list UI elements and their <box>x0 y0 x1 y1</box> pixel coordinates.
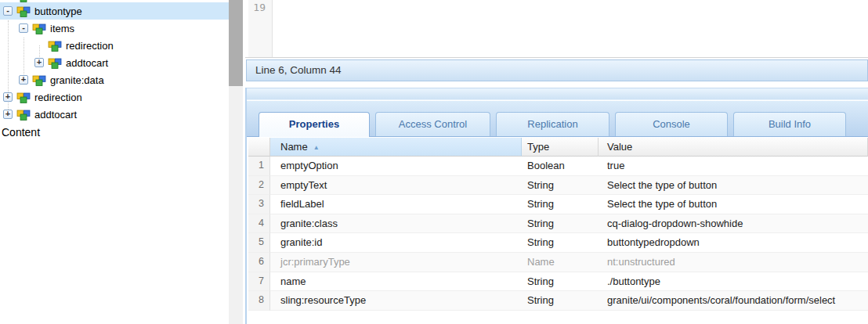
row-number: 6 <box>248 253 270 272</box>
tree-scrollbar-track[interactable] <box>229 0 243 324</box>
expand-icon[interactable]: + <box>34 58 44 67</box>
tree-node-label: redirection <box>34 92 85 103</box>
expand-icon[interactable]: + <box>19 75 28 85</box>
table-row[interactable]: 7 name String ./buttontype <box>248 272 868 292</box>
table-row[interactable]: 3 fieldLabel String Select the type of b… <box>248 195 868 214</box>
table-row[interactable]: 2 emptyText String Select the type of bu… <box>248 176 868 196</box>
node-icon <box>48 39 62 52</box>
row-number: 3 <box>248 195 270 214</box>
column-header-type[interactable]: Type <box>522 138 599 157</box>
tree-node-label: buttontype <box>34 5 85 17</box>
cursor-position-text: Line 6, Column 44 <box>255 64 342 76</box>
cell-property-value: nt:unstructured <box>599 253 868 272</box>
cell-property-value[interactable]: cq-dialog-dropdown-showhide <box>599 214 868 234</box>
expander-placeholder <box>34 41 44 50</box>
row-number: 7 <box>248 272 270 292</box>
cell-property-name[interactable]: fieldLabel <box>270 195 522 214</box>
tree-node-granite-data[interactable]: + granite:data <box>0 71 229 88</box>
node-icon <box>16 108 31 121</box>
table-row[interactable]: 5 granite:id String buttontypedropdown <box>248 233 868 253</box>
row-number: 1 <box>248 157 270 176</box>
properties-grid: Name▲ Type Value 1 emptyOption Boolean t… <box>248 138 868 311</box>
tab-access-control[interactable]: Access Control <box>375 112 490 136</box>
tab-properties[interactable]: Properties <box>259 112 370 137</box>
tree-node-label: addtocart <box>66 57 111 69</box>
code-editor-pane: 19 <box>245 0 868 58</box>
tab-strip: Properties Access Control Replication Co… <box>247 101 868 137</box>
cell-property-value[interactable]: true <box>599 157 868 176</box>
tree-node-buttontype[interactable]: - buttontype <box>0 2 229 20</box>
tab-replication[interactable]: Replication <box>496 112 609 136</box>
node-icon <box>48 56 62 69</box>
row-number: 2 <box>248 176 270 196</box>
node-icon <box>16 91 31 103</box>
cell-property-value[interactable]: buttontypedropdown <box>599 233 868 253</box>
cell-property-type: Name <box>522 253 599 272</box>
tab-console[interactable]: Console <box>615 112 728 136</box>
row-number: 8 <box>248 291 270 311</box>
column-header-label: Value <box>607 141 632 153</box>
cell-property-type[interactable]: String <box>522 272 599 292</box>
table-row[interactable]: 1 emptyOption Boolean true <box>248 157 868 176</box>
tree-node-items[interactable]: - items <box>0 20 229 37</box>
editor-line-gutter: 19 <box>248 0 273 57</box>
cell-property-type[interactable]: Boolean <box>522 157 599 176</box>
row-number: 5 <box>248 233 270 253</box>
cell-property-name[interactable]: emptyText <box>270 176 522 196</box>
column-header-label: Name <box>280 141 308 153</box>
cell-property-type[interactable]: String <box>522 214 599 234</box>
editor-status-bar: Line 6, Column 44 <box>246 59 868 81</box>
tree-node-redirection-child[interactable]: redirection <box>0 37 229 54</box>
node-icon <box>32 74 46 86</box>
cell-property-value[interactable]: Select the type of button <box>599 176 868 196</box>
panel-toolbar <box>247 88 868 100</box>
table-row[interactable]: 8 sling:resourceType String granite/ui/c… <box>248 291 868 311</box>
tab-build-info[interactable]: Build Info <box>733 112 846 136</box>
tree-node-label: addtocart <box>34 109 80 121</box>
row-number: 4 <box>248 214 270 234</box>
cell-property-name[interactable]: granite:id <box>270 233 522 253</box>
tree-node-label: redirection <box>66 40 117 52</box>
tree-scrollbar-thumb[interactable] <box>229 0 243 86</box>
cell-property-name[interactable]: granite:class <box>270 214 522 234</box>
cell-property-name: jcr:primaryType <box>270 253 522 272</box>
cell-property-type[interactable]: String <box>522 195 599 214</box>
cell-property-name[interactable]: emptyOption <box>270 157 522 176</box>
tree-node-label: granite:data <box>50 74 107 86</box>
node-icon <box>32 22 46 34</box>
tree-node-redirection[interactable]: + redirection <box>0 88 229 106</box>
cell-property-value[interactable]: Select the type of button <box>599 195 868 214</box>
column-header-value[interactable]: Value <box>599 138 868 157</box>
cell-property-type[interactable]: String <box>522 176 599 196</box>
cell-property-name[interactable]: name <box>270 272 522 292</box>
column-header-label: Type <box>527 141 549 153</box>
line-number: 19 <box>253 2 266 13</box>
tree-node-addtocart[interactable]: + addtocart <box>0 106 229 123</box>
table-row[interactable]: 4 granite:class String cq-dialog-dropdow… <box>248 214 868 234</box>
cell-property-value[interactable]: ./buttontype <box>599 272 868 292</box>
collapse-icon[interactable]: - <box>19 23 28 33</box>
tree-node-label: items <box>50 23 78 34</box>
expand-icon[interactable]: + <box>3 110 13 119</box>
row-number-column-header <box>248 138 270 157</box>
cell-property-type[interactable]: String <box>522 233 599 253</box>
column-header-name[interactable]: Name▲ <box>270 138 522 157</box>
cell-property-name[interactable]: sling:resourceType <box>270 291 522 311</box>
table-row-protected[interactable]: 6 jcr:primaryType Name nt:unstructured <box>248 253 868 272</box>
cell-property-type[interactable]: String <box>522 291 599 311</box>
properties-panel: Properties Access Control Replication Co… <box>245 88 868 324</box>
content-label: Content <box>2 126 40 139</box>
sort-ascending-icon: ▲ <box>313 144 320 151</box>
tree-node-addtocart-child[interactable]: + addtocart <box>0 54 229 71</box>
node-icon <box>16 5 31 17</box>
grid-header-row: Name▲ Type Value <box>248 138 868 157</box>
collapse-icon[interactable]: - <box>3 6 13 16</box>
editor-text-area[interactable] <box>273 0 868 57</box>
cell-property-value[interactable]: granite/ui/components/coral/foundation/f… <box>599 291 868 311</box>
repository-tree-panel: - buttontype - items redirection + <box>0 0 229 324</box>
expand-icon[interactable]: + <box>3 92 13 102</box>
